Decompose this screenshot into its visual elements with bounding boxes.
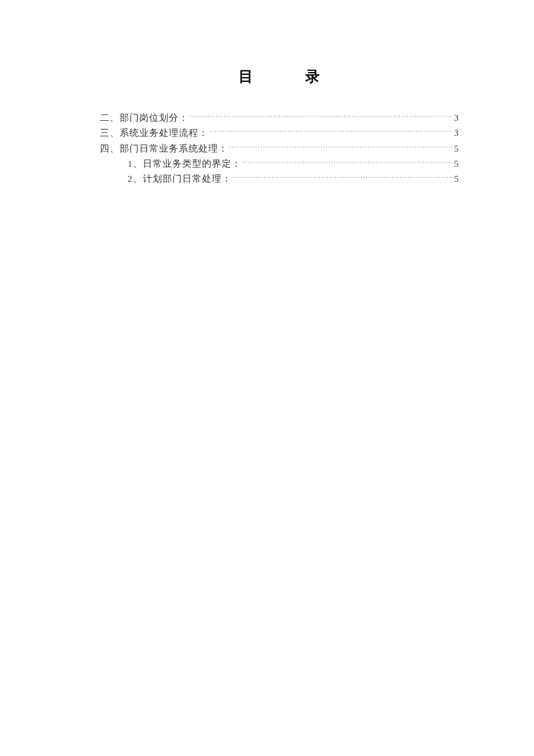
toc-label: 1、日常业务类型的界定： <box>128 156 241 171</box>
toc-leader-dots <box>229 142 453 152</box>
toc-leader-dots <box>233 173 453 182</box>
toc-leader-dots <box>190 112 453 121</box>
toc-entry[interactable]: 二、部门岗位划分： 3 <box>100 110 459 125</box>
toc-label: 二、部门岗位划分： <box>100 110 189 125</box>
page-container: 目 录 二、部门岗位划分： 3 三、系统业务处理流程： 3 四、部门日常业务系统… <box>0 0 534 187</box>
toc-page-number: 3 <box>454 110 459 125</box>
toc-page-number: 5 <box>454 156 459 171</box>
page-title: 目 录 <box>100 67 459 86</box>
title-char-1: 目 <box>239 67 253 86</box>
toc-list: 二、部门岗位划分： 3 三、系统业务处理流程： 3 四、部门日常业务系统处理： … <box>100 110 459 187</box>
toc-subentry[interactable]: 1、日常业务类型的界定： 5 <box>100 156 459 171</box>
toc-leader-dots <box>210 127 453 136</box>
toc-label: 四、部门日常业务系统处理： <box>100 141 228 156</box>
toc-subentry[interactable]: 2、计划部门日常处理： 5 <box>100 171 459 186</box>
toc-page-number: 3 <box>454 125 459 141</box>
title-char-2: 录 <box>305 67 320 86</box>
toc-entry[interactable]: 三、系统业务处理流程： 3 <box>100 125 459 141</box>
toc-entry[interactable]: 四、部门日常业务系统处理： 5 <box>100 141 459 156</box>
toc-page-number: 5 <box>454 171 459 186</box>
toc-page-number: 5 <box>454 141 459 156</box>
toc-label: 三、系统业务处理流程： <box>100 125 208 141</box>
toc-label: 2、计划部门日常处理： <box>128 171 232 186</box>
toc-leader-dots <box>243 158 453 167</box>
